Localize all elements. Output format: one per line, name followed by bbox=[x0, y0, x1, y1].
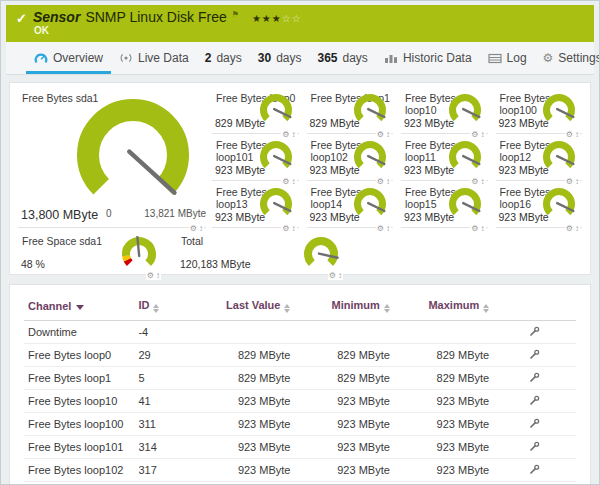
gauge-value: 923 MByte bbox=[215, 211, 265, 223]
table-row[interactable]: Downtime -4 bbox=[24, 321, 576, 344]
maximum-cell: 923 MByte bbox=[394, 436, 493, 459]
status-badge: OK bbox=[34, 25, 302, 36]
table-row[interactable]: Free Bytes loop10 41 923 MByte 923 MByte… bbox=[24, 390, 576, 413]
gauge-value: 923 MByte bbox=[215, 164, 265, 176]
content-area: Free Bytes sda1 13,800 MByte 0 13,821 MB… bbox=[6, 75, 594, 485]
gear-icon[interactable]: ⚙ bbox=[566, 225, 573, 233]
table-row[interactable]: Free Bytes loop102 317 923 MByte 923 MBy… bbox=[24, 459, 576, 482]
last-value-cell: 923 MByte bbox=[195, 390, 294, 413]
gauges-panel: Free Bytes sda1 13,800 MByte 0 13,821 MB… bbox=[9, 82, 591, 275]
maximum-cell: 923 MByte bbox=[394, 482, 493, 485]
channel-settings-wrench-icon[interactable] bbox=[529, 349, 540, 362]
channel-cell: Downtime bbox=[24, 321, 134, 344]
column-header-maximum[interactable]: Maximum bbox=[394, 294, 493, 321]
main-gauge-value: 13,800 MByte bbox=[21, 208, 98, 222]
flag-icon[interactable]: ⚑ bbox=[232, 10, 239, 19]
compare-icon[interactable]: ↕ bbox=[575, 225, 579, 233]
last-value-cell: 923 MByte bbox=[195, 436, 294, 459]
id-cell: 314 bbox=[134, 436, 195, 459]
last-value-cell bbox=[195, 321, 294, 344]
tab-365-days[interactable]: 365 days bbox=[309, 42, 375, 74]
tab-settings[interactable]: ⚙ Settings bbox=[535, 42, 600, 74]
gauge-tile: Free Bytes loop15 923 MByte ⚙ ↕ bbox=[401, 182, 488, 228]
tab-2-days-label: days bbox=[216, 51, 241, 65]
small-gauges-grid: Free Bytes loop0 829 MByte ⚙ ↕ Free Byte… bbox=[212, 88, 582, 228]
channel-settings-wrench-icon[interactable] bbox=[529, 464, 540, 477]
gear-icon[interactable]: ⚙ bbox=[329, 272, 336, 280]
channel-settings-wrench-icon[interactable] bbox=[529, 372, 540, 385]
tile-actions: ⚙ ↕ bbox=[328, 272, 343, 280]
tab-bar: Overview Live Data 2 days 30 days 365 da… bbox=[6, 42, 594, 75]
gauge-value: 923 MByte bbox=[499, 117, 549, 129]
minimum-cell: 923 MByte bbox=[294, 482, 393, 485]
gear-icon: ⚙ bbox=[543, 51, 554, 65]
gauge-tile: Free Bytes loop11 923 MByte ⚙ ↕ bbox=[401, 135, 488, 181]
channel-settings-wrench-icon[interactable] bbox=[529, 326, 540, 339]
gear-icon[interactable]: ⚙ bbox=[377, 225, 384, 233]
minimum-cell bbox=[294, 321, 393, 344]
gauge-scale-max: 13,821 MByte bbox=[144, 208, 206, 219]
tab-log[interactable]: Log bbox=[480, 42, 535, 74]
gauge-tile: Free Bytes loop0 829 MByte ⚙ ↕ bbox=[212, 88, 299, 134]
channel-cell: Free Bytes loop102 bbox=[24, 459, 134, 482]
stars-filled[interactable]: ★★★ bbox=[252, 13, 282, 24]
tab-historic-data-label: Historic Data bbox=[403, 51, 472, 65]
compare-icon[interactable]: ↕ bbox=[156, 272, 160, 280]
gauge-value: 829 MByte bbox=[215, 117, 265, 129]
column-header-minimum[interactable]: Minimum bbox=[294, 294, 393, 321]
tab-30-days[interactable]: 30 days bbox=[250, 42, 310, 74]
gauge-value: 120,183 MByte bbox=[180, 258, 251, 270]
channel-settings-wrench-icon[interactable] bbox=[529, 418, 540, 431]
maximum-cell: 923 MByte bbox=[394, 390, 493, 413]
table-row[interactable]: Free Bytes loop100 311 923 MByte 923 MBy… bbox=[24, 413, 576, 436]
sort-desc-icon bbox=[76, 305, 84, 310]
gauge-tile: Total 120,183 MByte ⚙ ↕ bbox=[177, 231, 345, 275]
tab-live-data[interactable]: Live Data bbox=[111, 42, 197, 74]
tab-365-days-label: days bbox=[343, 51, 368, 65]
id-cell: 44 bbox=[134, 482, 195, 485]
id-cell: 317 bbox=[134, 459, 195, 482]
sort-icon bbox=[153, 304, 159, 313]
channel-settings-wrench-icon[interactable] bbox=[529, 441, 540, 454]
tab-2-days-number: 2 bbox=[205, 51, 212, 65]
table-row[interactable]: Free Bytes loop101 314 923 MByte 923 MBy… bbox=[24, 436, 576, 459]
gauge-tile: Free Space sda1 48 % ⚙ ↕ bbox=[18, 231, 163, 275]
id-cell: 41 bbox=[134, 390, 195, 413]
chart-icon bbox=[384, 52, 398, 64]
table-row[interactable]: Free Bytes loop0 29 829 MByte 829 MByte … bbox=[24, 344, 576, 367]
column-header-actions bbox=[493, 294, 576, 321]
channel-cell: Free Bytes loop10 bbox=[24, 390, 134, 413]
last-value-cell: 923 MByte bbox=[195, 413, 294, 436]
compare-icon[interactable]: ↕ bbox=[386, 225, 390, 233]
compare-icon[interactable]: ↕ bbox=[481, 225, 485, 233]
gauge bbox=[121, 236, 157, 276]
channels-table-panel: Channel ID Last Value Minimum Maximum Do… bbox=[9, 284, 591, 485]
table-row[interactable]: Free Bytes loop11 44 923 MByte 923 MByte… bbox=[24, 482, 576, 485]
tile-actions: ⚙ ↕ bbox=[565, 225, 580, 233]
page-title: SNMP Linux Disk Free bbox=[85, 9, 226, 25]
column-header-id[interactable]: ID bbox=[134, 294, 195, 321]
stars-empty[interactable]: ☆☆ bbox=[282, 13, 302, 24]
tab-overview[interactable]: Overview bbox=[26, 42, 111, 74]
tab-2-days[interactable]: 2 days bbox=[197, 42, 250, 74]
priority-stars[interactable]: ★★★☆☆ bbox=[252, 13, 302, 24]
signal-icon bbox=[119, 52, 133, 64]
tab-settings-label: Settings bbox=[558, 51, 600, 65]
gauge-value: 923 MByte bbox=[404, 211, 454, 223]
column-header-channel[interactable]: Channel bbox=[24, 294, 134, 321]
tile-actions: ⚙ ↕ bbox=[470, 225, 485, 233]
sensor-page: ✓ Sensor SNMP Linux Disk Free ⚑ ★★★☆☆ OK… bbox=[0, 0, 600, 485]
compare-icon[interactable]: ↕ bbox=[338, 272, 342, 280]
channel-cell: Free Bytes loop1 bbox=[24, 367, 134, 390]
sensor-label: Sensor bbox=[33, 9, 80, 25]
column-header-last-value[interactable]: Last Value bbox=[195, 294, 294, 321]
gear-icon[interactable]: ⚙ bbox=[471, 225, 478, 233]
gauge-scale-min: 0 bbox=[106, 208, 112, 219]
gauge-tile: Free Bytes loop102 923 MByte ⚙ ↕ bbox=[307, 135, 394, 181]
id-cell: 311 bbox=[134, 413, 195, 436]
channel-settings-wrench-icon[interactable] bbox=[529, 395, 540, 408]
table-row[interactable]: Free Bytes loop1 5 829 MByte 829 MByte 8… bbox=[24, 367, 576, 390]
channels-table: Channel ID Last Value Minimum Maximum Do… bbox=[24, 294, 576, 485]
tab-historic-data[interactable]: Historic Data bbox=[376, 42, 480, 74]
gear-icon[interactable]: ⚙ bbox=[147, 272, 154, 280]
